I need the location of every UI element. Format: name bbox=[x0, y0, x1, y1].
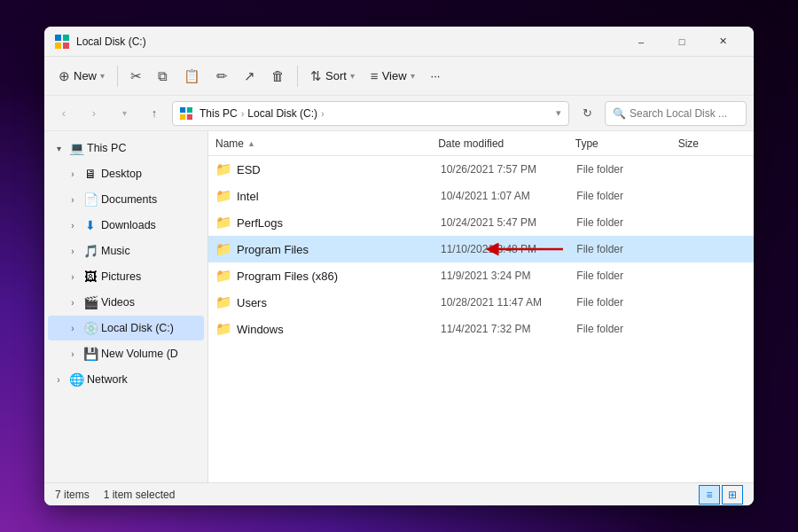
copy-button[interactable]: ⧉ bbox=[151, 64, 175, 89]
maximize-button[interactable]: □ bbox=[661, 27, 702, 57]
sidebar-item-this-pc[interactable]: ▾ 💻 This PC bbox=[48, 136, 204, 160]
delete-icon: 🗑 bbox=[271, 68, 285, 83]
search-box[interactable]: 🔍 bbox=[605, 101, 747, 126]
file-date: 10/24/2021 5:47 PM bbox=[441, 216, 576, 229]
breadcrumb-local-disk: Local Disk (C:) bbox=[247, 107, 317, 120]
svg-rect-0 bbox=[55, 35, 61, 41]
forward-button[interactable]: › bbox=[82, 101, 106, 126]
sidebar-item-music[interactable]: › 🎵 Music bbox=[48, 239, 204, 263]
sidebar-icon-documents: 📄 bbox=[83, 192, 98, 207]
svg-rect-7 bbox=[187, 114, 192, 120]
refresh-button[interactable]: ↻ bbox=[575, 101, 599, 126]
status-bar: 7 items 1 item selected ≡ ⊞ bbox=[44, 482, 754, 505]
minimize-button[interactable]: – bbox=[621, 27, 661, 57]
svg-rect-4 bbox=[180, 107, 185, 113]
sidebar-item-local-disk[interactable]: › 💿 Local Disk (C:) bbox=[48, 316, 204, 340]
col-header-type[interactable]: Type bbox=[575, 137, 678, 150]
expand-icon-documents: › bbox=[66, 192, 80, 207]
file-date: 10/26/2021 7:57 PM bbox=[441, 163, 576, 176]
file-row[interactable]: 📁 Users 10/28/2021 11:47 AM File folder bbox=[208, 289, 754, 316]
delete-button[interactable]: 🗑 bbox=[264, 64, 292, 88]
expand-icon-desktop: › bbox=[66, 167, 80, 181]
sidebar-label-documents: Documents bbox=[101, 193, 157, 206]
window-icon bbox=[55, 35, 69, 49]
sidebar-icon-new-volume: 💾 bbox=[83, 347, 98, 361]
folder-icon: 📁 bbox=[215, 215, 231, 231]
sidebar-item-desktop[interactable]: › 🖥 Desktop bbox=[48, 161, 204, 186]
file-name: Intel bbox=[237, 190, 441, 203]
back-button[interactable]: ‹ bbox=[51, 101, 76, 126]
close-button[interactable]: ✕ bbox=[702, 27, 743, 57]
folder-icon: 📁 bbox=[215, 241, 231, 257]
paste-button[interactable]: 📋 bbox=[176, 64, 207, 89]
sidebar-item-pictures[interactable]: › 🖼 Pictures bbox=[48, 264, 204, 289]
svg-rect-1 bbox=[63, 35, 69, 41]
separator-1 bbox=[117, 66, 118, 87]
separator-2 bbox=[297, 66, 298, 87]
file-row-selected[interactable]: 📁 Program Files 11/10/2021 3:48 PM File … bbox=[208, 236, 754, 262]
file-type: File folder bbox=[576, 296, 678, 309]
col-header-name[interactable]: Name ▲ bbox=[215, 137, 438, 150]
sidebar-label-new-volume: New Volume (D bbox=[101, 348, 178, 360]
sidebar-item-videos[interactable]: › 🎬 Videos bbox=[48, 290, 204, 315]
cut-button[interactable]: ✂ bbox=[123, 64, 149, 89]
sidebar-item-network[interactable]: › 🌐 Network bbox=[48, 367, 204, 392]
folder-icon: 📁 bbox=[215, 321, 231, 337]
sidebar-item-new-volume[interactable]: › 💾 New Volume (D bbox=[48, 341, 204, 366]
sidebar: ▾ 💻 This PC › 🖥 Desktop › 📄 Documents › … bbox=[44, 131, 208, 482]
sidebar-label-videos: Videos bbox=[101, 296, 135, 309]
file-type: File folder bbox=[576, 190, 678, 202]
file-type: File folder bbox=[576, 163, 678, 176]
new-label: New bbox=[74, 69, 97, 82]
file-type: File folder bbox=[576, 323, 678, 335]
search-input[interactable] bbox=[630, 107, 739, 120]
breadcrumb[interactable]: This PC › Local Disk (C:) › ▾ bbox=[172, 101, 569, 126]
col-header-size[interactable]: Size bbox=[678, 137, 747, 150]
expand-icon-videos: › bbox=[66, 295, 80, 309]
more-button[interactable]: ··· bbox=[424, 65, 448, 87]
sidebar-label-this-pc: This PC bbox=[87, 142, 126, 154]
view-chevron-icon: ▾ bbox=[411, 71, 415, 81]
file-row[interactable]: 📁 Windows 11/4/2021 7:32 PM File folder bbox=[208, 316, 754, 342]
folder-icon: 📁 bbox=[215, 294, 231, 310]
file-date: 10/4/2021 1:07 AM bbox=[441, 190, 576, 202]
file-date: 11/9/2021 3:24 PM bbox=[441, 270, 576, 282]
rename-button[interactable]: ✏ bbox=[209, 64, 235, 89]
file-row[interactable]: 📁 ESD 10/26/2021 7:57 PM File folder bbox=[208, 156, 754, 183]
expand-icon-this-pc: ▾ bbox=[51, 141, 66, 155]
file-name: Program Files (x86) bbox=[237, 270, 441, 283]
sort-icon: ⇅ bbox=[310, 68, 322, 84]
sidebar-icon-videos: 🎬 bbox=[83, 295, 98, 309]
expand-icon-downloads: › bbox=[66, 218, 80, 232]
folder-icon: 📁 bbox=[215, 161, 231, 177]
arrow-indicator bbox=[483, 240, 572, 258]
expand-icon-music: › bbox=[66, 244, 80, 258]
sidebar-item-downloads[interactable]: › ⬇ Downloads bbox=[48, 213, 204, 238]
sidebar-label-local-disk: Local Disk (C:) bbox=[101, 322, 174, 334]
window-controls: – □ ✕ bbox=[621, 27, 743, 57]
sort-button[interactable]: ⇅ Sort ▾ bbox=[303, 64, 362, 89]
col-header-date[interactable]: Date modified bbox=[438, 137, 575, 150]
breadcrumb-home-icon bbox=[180, 106, 192, 121]
file-row[interactable]: 📁 Program Files (x86) 11/9/2021 3:24 PM … bbox=[208, 262, 754, 289]
new-button[interactable]: ⊕ New ▾ bbox=[51, 64, 112, 89]
file-row[interactable]: 📁 PerfLogs 10/24/2021 5:47 PM File folde… bbox=[208, 209, 754, 236]
parent-button[interactable]: ↑ bbox=[142, 101, 167, 126]
file-date: 10/28/2021 11:47 AM bbox=[441, 296, 576, 309]
file-name: Windows bbox=[237, 323, 441, 336]
address-bar: ‹ › ▾ ↑ This PC › Local Disk (C:) › ▾ ↻ … bbox=[44, 96, 754, 131]
up-arrow-button: ▾ bbox=[112, 101, 137, 126]
svg-rect-5 bbox=[187, 107, 192, 113]
file-name: Program Files bbox=[237, 243, 441, 256]
sidebar-icon-desktop: 🖥 bbox=[83, 167, 98, 181]
view-button[interactable]: ≡ View ▾ bbox=[364, 64, 422, 88]
sidebar-item-documents[interactable]: › 📄 Documents bbox=[48, 187, 204, 212]
view-label: View bbox=[382, 69, 407, 82]
file-row[interactable]: 📁 Intel 10/4/2021 1:07 AM File folder bbox=[208, 183, 754, 209]
svg-rect-3 bbox=[63, 43, 69, 49]
expand-icon-pictures: › bbox=[66, 270, 80, 284]
grid-view-button[interactable]: ⊞ bbox=[722, 485, 743, 505]
share-button[interactable]: ↗ bbox=[237, 64, 262, 89]
list-view-button[interactable]: ≡ bbox=[699, 485, 720, 505]
breadcrumb-this-pc: This PC bbox=[200, 107, 238, 120]
